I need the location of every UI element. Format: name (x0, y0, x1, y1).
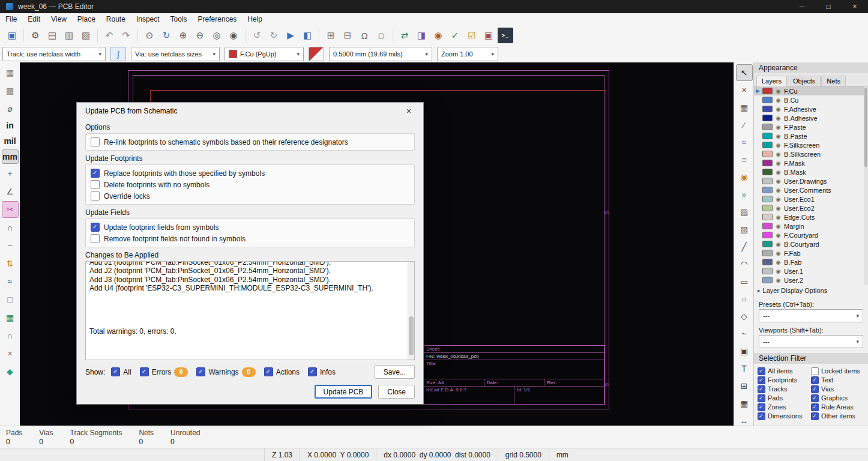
filter-graphics[interactable]: Graphics (811, 394, 864, 402)
tab-objects[interactable]: Objects (788, 76, 821, 86)
zoom-in-icon[interactable]: ⊕ (175, 28, 191, 43)
local-ratsnest-tool-icon[interactable]: ▦ (737, 100, 752, 115)
layer-row-f-silkscreen[interactable]: ◉F.Silkscreen (754, 140, 868, 149)
zone-tool-icon[interactable]: ▨ (737, 204, 752, 220)
minimize-button[interactable]: ─ (789, 0, 815, 13)
layer-row-b-mask[interactable]: ◉B.Mask (754, 167, 868, 176)
net-highlight-icon[interactable]: ▦ (2, 310, 18, 325)
checkbox[interactable] (811, 385, 819, 393)
viewports-dropdown[interactable]: --- (759, 335, 863, 348)
layer-row-f-courtyard[interactable]: ◉F.Courtyard (754, 230, 868, 240)
layer-color-swatch[interactable] (762, 268, 773, 274)
layer-color-swatch[interactable] (762, 277, 773, 283)
table-tool-icon[interactable]: ▦ (737, 396, 752, 411)
filter-pads[interactable]: Pads (758, 394, 811, 402)
zoom-out-icon[interactable]: ⊖ (192, 28, 208, 43)
polygon-tool-icon[interactable]: ◇ (737, 309, 752, 324)
update-footprints-row-0[interactable]: Replace footprints with those specified … (91, 167, 409, 179)
layer-visibility-eye-icon[interactable]: ◉ (774, 133, 782, 139)
menu-item-preferences[interactable]: Preferences (193, 13, 243, 25)
layer-color-swatch[interactable] (762, 232, 773, 238)
show-filter-errors[interactable]: Errors0 (140, 367, 188, 377)
layer-row-f-adhesive[interactable]: ◉F.Adhesive (754, 104, 868, 113)
units-mm[interactable]: mm (2, 150, 18, 163)
layer-row-f-cu[interactable]: ▶◉F.Cu (754, 86, 868, 95)
crosshair-tool-icon[interactable]: ✂ (2, 202, 18, 217)
layer-row-user-comments[interactable]: ◉User.Comments (754, 185, 868, 194)
layer-row-b-adhesive[interactable]: ◉B.Adhesive (754, 113, 868, 122)
checkbox[interactable] (758, 385, 765, 393)
line-tool-icon[interactable]: ╱ (737, 239, 752, 255)
update-pcb-button[interactable]: Update PCB (315, 385, 373, 399)
cursor-shape-icon[interactable]: + (2, 166, 18, 181)
layer-row-f-fab[interactable]: ◉F.Fab (754, 249, 868, 258)
layer-visibility-eye-icon[interactable]: ◉ (774, 97, 782, 103)
layer-color-swatch[interactable] (762, 250, 773, 256)
layer-visibility-eye-icon[interactable]: ◉ (774, 106, 782, 112)
show-schematic-icon[interactable]: ◨ (414, 28, 429, 43)
layer-visibility-eye-icon[interactable]: ◉ (774, 88, 782, 94)
layer-visibility-eye-icon[interactable]: ◉ (774, 205, 782, 211)
checkbox[interactable] (264, 367, 273, 376)
ratsnest-visibility-icon[interactable]: ⇅ (2, 256, 18, 271)
layer-row-b-fab[interactable]: ◉B.Fab (754, 258, 868, 267)
snap-graphics-icon[interactable]: ∩ (2, 328, 18, 343)
dialog-close-button[interactable]: Close (378, 385, 415, 399)
menu-item-help[interactable]: Help (242, 13, 268, 25)
menu-item-edit[interactable]: Edit (22, 13, 46, 25)
filter-dimensions[interactable]: Dimensions (758, 412, 811, 420)
track-width-dropdown[interactable]: Track: use netclass width (2, 47, 106, 61)
update-fields-checkbox-0[interactable] (91, 223, 100, 232)
update-pcb-from-schematic-icon[interactable]: ⇄ (397, 28, 412, 43)
layer-visibility-eye-icon[interactable]: ◉ (774, 169, 782, 175)
filter-all-items[interactable]: All items (758, 367, 811, 375)
update-footprints-row-1[interactable]: Delete footprints with no symbols (91, 179, 409, 190)
checkbox[interactable] (758, 367, 765, 375)
footprint-editor-icon[interactable]: ◉ (430, 28, 446, 43)
dialog-close-icon[interactable]: × (403, 106, 415, 116)
option-row-0[interactable]: Re-link footprints to schematic symbols … (91, 136, 409, 148)
scrollbar-thumb[interactable] (864, 88, 867, 167)
highlight-net-tool-icon[interactable]: × (737, 82, 752, 98)
filter-vias[interactable]: Vias (811, 385, 864, 393)
menu-item-inspect[interactable]: Inspect (131, 13, 165, 25)
layer-color-swatch[interactable] (762, 223, 773, 229)
units-inches[interactable]: in (2, 119, 18, 132)
layer-color-swatch[interactable] (762, 133, 773, 139)
filter-locked-items[interactable]: Locked items (811, 367, 864, 375)
layer-visibility-eye-icon[interactable]: ◉ (774, 124, 782, 130)
update-fields-row-0[interactable]: Update footprint fields from symbols (91, 221, 409, 233)
layer-row-user-drawings[interactable]: ◉User.Drawings (754, 176, 868, 185)
layer-row-b-paste[interactable]: ◉B.Paste (754, 131, 868, 140)
measure-tool-icon[interactable]: ∕ (737, 117, 752, 133)
plot-icon[interactable]: ▨ (78, 28, 94, 43)
layer-visibility-eye-icon[interactable]: ◉ (774, 241, 782, 247)
active-layer-dropdown[interactable]: F.Cu (PgUp) (225, 47, 304, 61)
checkbox[interactable] (811, 412, 819, 420)
layers-scrollbar[interactable] (864, 86, 868, 285)
rotate-cw-icon[interactable]: ↻ (266, 28, 282, 43)
footprint-wizard-icon[interactable]: ▣ (481, 28, 496, 43)
layer-visibility-eye-icon[interactable]: ◉ (774, 259, 782, 265)
show-filter-all[interactable]: All (111, 367, 131, 376)
layer-row-f-mask[interactable]: ◉F.Mask (754, 158, 868, 167)
plot-fabrication-icon[interactable]: ▶ (283, 28, 298, 43)
rectangle-tool-icon[interactable]: ▭ (737, 274, 752, 289)
checkbox[interactable] (196, 367, 205, 376)
route-tracks-tool-icon[interactable]: ≈ (737, 134, 752, 150)
window-titlebar[interactable]: week_06 — PCB Editor ─ □ × (0, 0, 868, 13)
layer-color-swatch[interactable] (762, 214, 773, 220)
filter-rule-areas[interactable]: Rule Areas (811, 403, 864, 411)
find-icon[interactable]: ⊙ (142, 28, 157, 43)
rule-area-tool-icon[interactable]: ▧ (737, 221, 752, 237)
grid-size-dropdown[interactable]: 0.5000 mm (19.69 mils) (329, 47, 432, 61)
filter-other-items[interactable]: Other items (811, 412, 864, 420)
tab-layers[interactable]: Layers (756, 76, 787, 86)
checkbox[interactable] (811, 394, 819, 402)
layer-color-swatch[interactable] (762, 97, 773, 103)
rotate-ccw-icon[interactable]: ↺ (249, 28, 265, 43)
layer-visibility-eye-icon[interactable]: ◉ (774, 277, 782, 283)
menu-item-place[interactable]: Place (72, 13, 101, 25)
layer-color-swatch[interactable] (762, 241, 773, 247)
layer-display-options[interactable]: Layer Display Options (754, 285, 868, 297)
